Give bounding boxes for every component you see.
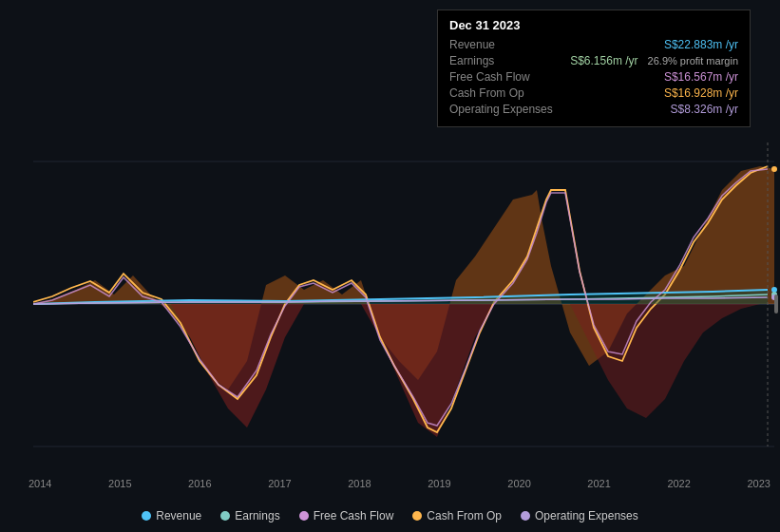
x-label-2020: 2020: [507, 478, 530, 489]
x-label-2016: 2016: [188, 478, 211, 489]
svg-point-9: [771, 166, 777, 172]
cashfromop-value: S$16.928m /yr: [664, 86, 738, 100]
cashfromop-label: Cash From Op: [449, 86, 524, 100]
revenue-legend-dot: [142, 511, 151, 521]
legend-cashfromop[interactable]: Cash From Op: [412, 509, 502, 522]
chart-container: Dec 31 2023 Revenue S$22.883m /yr Earnin…: [0, 0, 780, 532]
x-label-2015: 2015: [108, 478, 131, 489]
earnings-row: Earnings S$6.156m /yr 26.9% profit margi…: [449, 54, 738, 67]
scroll-indicator[interactable]: [774, 294, 778, 314]
tooltip-date: Dec 31 2023: [449, 18, 738, 32]
fcf-value: S$16.567m /yr: [664, 70, 738, 84]
x-label-2023: 2023: [747, 478, 770, 489]
opex-row: Operating Expenses S$8.326m /yr: [449, 103, 738, 116]
earnings-legend-label: Earnings: [235, 509, 279, 522]
revenue-value: S$22.883m /yr: [664, 38, 738, 51]
earnings-legend-dot: [220, 511, 230, 521]
cashfromop-legend-label: Cash From Op: [427, 509, 502, 522]
fcf-legend-dot: [299, 511, 309, 521]
x-label-2019: 2019: [428, 478, 450, 489]
revenue-legend-label: Revenue: [156, 509, 201, 522]
fcf-row: Free Cash Flow S$16.567m /yr: [449, 70, 738, 84]
opex-label: Operating Expenses: [449, 103, 553, 116]
x-label-2014: 2014: [29, 478, 51, 489]
chart-legend: Revenue Earnings Free Cash Flow Cash Fro…: [0, 509, 780, 522]
x-label-2017: 2017: [268, 478, 291, 489]
legend-fcf: Free Cash Flow: [299, 509, 394, 522]
fcf-legend-label: Free Cash Flow: [314, 509, 394, 522]
opex-legend-dot: [521, 511, 530, 521]
cashfromop-row: Cash From Op S$16.928m /yr: [449, 86, 738, 100]
opex-value: S$8.326m /yr: [671, 103, 738, 116]
x-label-2022: 2022: [667, 478, 690, 489]
legend-opex: Operating Expenses: [521, 509, 638, 522]
revenue-label: Revenue: [449, 38, 495, 51]
legend-earnings: Earnings: [220, 509, 279, 522]
revenue-row: Revenue S$22.883m /yr: [449, 38, 738, 51]
x-label-2018: 2018: [348, 478, 371, 489]
opex-legend-label: Operating Expenses: [535, 509, 638, 522]
x-label-2021: 2021: [587, 478, 610, 489]
legend-revenue: Revenue: [142, 509, 201, 522]
cashfromop-legend-dot: [412, 511, 422, 521]
earnings-label: Earnings: [449, 54, 494, 67]
info-tooltip: Dec 31 2023 Revenue S$22.883m /yr Earnin…: [437, 10, 751, 127]
fcf-label: Free Cash Flow: [449, 70, 530, 84]
x-axis: 2014 2015 2016 2017 2018 2019 2020 2021 …: [29, 478, 770, 489]
earnings-value: S$6.156m /yr 26.9% profit margin: [570, 54, 738, 67]
